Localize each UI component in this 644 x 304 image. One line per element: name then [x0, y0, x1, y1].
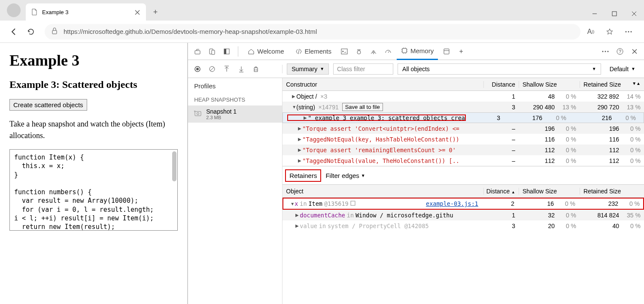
table-row[interactable]: ▶"Torque assert 'Convert<uintptr>(endInd… — [283, 123, 644, 134]
table-row[interactable]: ▶Object / ×3 1480 %322 89214 % — [283, 91, 644, 102]
svg-point-11 — [357, 51, 361, 54]
download-icon[interactable] — [237, 65, 246, 73]
window-controls — [585, 7, 644, 21]
heap-snapshots-label: HEAP SNAPSHOTS — [188, 94, 282, 105]
svg-rect-23 — [195, 111, 201, 116]
retainer-row[interactable]: ▶value in system / PropertyCell @142085 … — [283, 220, 644, 231]
col-distance[interactable]: Distance — [483, 81, 519, 88]
snapshot-item[interactable]: Snapshot 12.3 MB — [188, 105, 282, 123]
svg-rect-25 — [351, 201, 355, 205]
device-icon[interactable] — [206, 45, 218, 57]
table-row[interactable]: ▶"TaggedNotEqual(value, TheHoleConstant(… — [283, 155, 644, 166]
svg-rect-9 — [224, 49, 226, 54]
back-button[interactable] — [5, 23, 22, 40]
table-row-selected[interactable]: ▶" example 3 example 3: scattered object… — [283, 112, 644, 123]
svg-rect-5 — [195, 51, 200, 54]
browser-tab[interactable]: Example 3 — [26, 3, 146, 21]
devtools-tabbar: Welcome Elements Memory + ? — [188, 43, 644, 60]
table-row[interactable]: ▶"TaggedNotEqual(key, HashTableHoleConst… — [283, 134, 644, 144]
svg-point-4 — [631, 31, 632, 32]
col-constructor[interactable]: Constructor — [283, 81, 483, 88]
devtools-panel: Welcome Elements Memory + ? Summary — [188, 43, 644, 304]
svg-rect-10 — [341, 49, 347, 54]
svg-rect-0 — [612, 12, 617, 16]
svg-point-2 — [626, 31, 627, 32]
url-text: https://microsoftedge.github.io/Demos/de… — [64, 28, 317, 35]
favorite-icon[interactable] — [605, 27, 615, 37]
minimize-button[interactable] — [585, 7, 605, 21]
col-ret-retained[interactable]: Retained Size — [580, 188, 644, 195]
inspect-icon[interactable] — [191, 45, 204, 57]
help-icon[interactable]: ? — [614, 45, 626, 57]
tab-memory[interactable]: Memory — [397, 43, 438, 60]
tab-welcome[interactable]: Welcome — [243, 43, 288, 60]
network-icon[interactable] — [368, 45, 380, 57]
maximize-button[interactable] — [605, 7, 624, 21]
profiles-header: Profiles — [188, 78, 282, 94]
source-link[interactable]: example-03.js:1 — [426, 200, 478, 207]
save-all-button[interactable]: Save all to file — [342, 103, 383, 111]
retainers-table-header: Object Distance ▲ Shallow Size Retained … — [283, 185, 644, 198]
svg-rect-14 — [444, 49, 449, 54]
add-tab-icon[interactable]: + — [455, 45, 467, 57]
svg-text:?: ? — [619, 49, 621, 54]
settings-more-icon[interactable] — [599, 45, 611, 57]
close-window-button[interactable] — [624, 7, 644, 21]
retainer-row-highlighted[interactable]: ▼x in Item @135619 example-03.js:1 2160 … — [283, 198, 644, 210]
code-content: function Item(x) { this.x = x; } functio… — [14, 153, 173, 231]
filter-edges[interactable]: Filter edges▼ — [325, 172, 365, 179]
close-devtools-icon[interactable] — [629, 45, 641, 57]
svg-point-24 — [197, 113, 199, 115]
record-icon[interactable] — [193, 65, 202, 73]
table-row[interactable]: ▼(string) ×14791Save all to file 3290 48… — [283, 102, 644, 112]
clear-icon[interactable] — [208, 65, 216, 73]
code-textarea[interactable]: function Item(x) { this.x = x; } functio… — [9, 149, 178, 231]
objects-filter[interactable]: All objects▼ — [398, 63, 601, 75]
app-icon[interactable] — [440, 45, 453, 57]
retainers-tab[interactable]: Retainers — [285, 169, 321, 182]
col-ret-shallow[interactable]: Shallow Size — [519, 188, 580, 195]
new-tab-button[interactable]: + — [149, 5, 162, 19]
svg-point-16 — [605, 51, 606, 52]
tab-title: Example 3 — [42, 9, 135, 15]
scrollbar-thumb[interactable] — [172, 151, 176, 181]
default-select[interactable]: Default▼ — [605, 64, 640, 74]
profiles-sidebar: Profiles HEAP SNAPSHOTS Snapshot 12.3 MB — [188, 78, 283, 304]
col-ret-distance[interactable]: Distance ▲ — [483, 188, 519, 195]
table-row[interactable]: ▶"Torque assert 'remainingElementsCount … — [283, 144, 644, 155]
address-bar[interactable]: https://microsoftedge.github.io/Demos/de… — [45, 24, 580, 39]
svg-point-21 — [196, 68, 199, 70]
page-h2: Example 3: Scattered objects — [9, 79, 178, 90]
col-object[interactable]: Object — [283, 188, 483, 195]
class-filter-input[interactable]: Class filter — [333, 63, 393, 75]
profile-avatar[interactable] — [7, 3, 21, 17]
svg-point-15 — [602, 51, 604, 52]
snapshot-icon — [194, 109, 202, 119]
lock-icon — [52, 27, 58, 36]
svg-rect-7 — [212, 50, 215, 54]
more-icon[interactable] — [623, 27, 634, 37]
gc-icon[interactable] — [252, 65, 260, 73]
svg-point-17 — [608, 51, 609, 52]
console-icon[interactable] — [338, 45, 350, 57]
view-select[interactable]: Summary▼ — [287, 63, 329, 75]
tab-elements[interactable]: Elements — [291, 43, 336, 60]
col-retained[interactable]: Retained Size▼▲ — [580, 81, 644, 88]
close-tab-icon[interactable] — [135, 9, 141, 15]
col-shallow[interactable]: Shallow Size — [519, 81, 580, 88]
retainer-row[interactable]: ▶documentCache in Window / microsoftedge… — [283, 210, 644, 220]
svg-point-12 — [373, 53, 374, 54]
browser-titlebar: Example 3 + — [0, 0, 644, 21]
svg-point-3 — [628, 31, 629, 32]
address-bar-row: https://microsoftedge.github.io/Demos/de… — [0, 21, 644, 43]
svg-rect-1 — [52, 30, 57, 34]
create-objects-button[interactable]: Create scattered objects — [9, 99, 87, 111]
upload-icon[interactable] — [222, 65, 231, 73]
sources-icon[interactable] — [353, 45, 365, 57]
refresh-button[interactable] — [22, 23, 39, 40]
dock-icon[interactable] — [221, 45, 233, 57]
read-aloud-icon[interactable]: A)) — [586, 27, 596, 37]
memory-toolbar: Summary▼ Class filter All objects▼ Defau… — [188, 60, 644, 78]
performance-icon[interactable] — [382, 45, 394, 57]
svg-rect-13 — [402, 48, 407, 53]
